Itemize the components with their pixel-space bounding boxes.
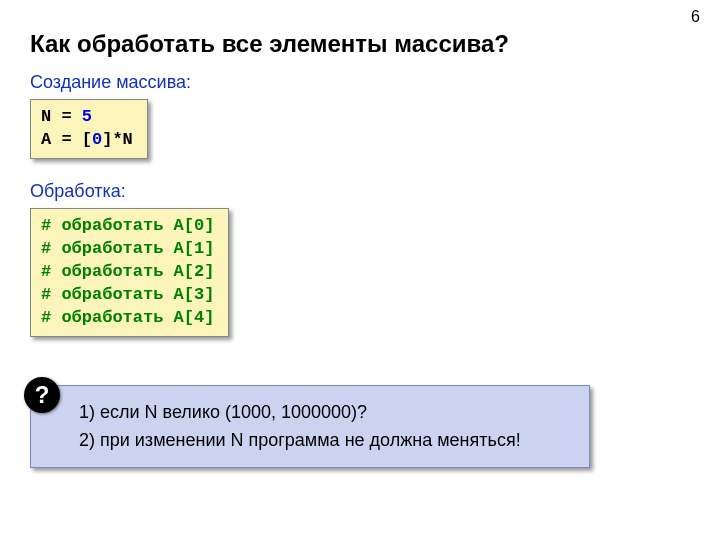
code-text: ]*N — [102, 130, 133, 149]
note-container: ? 1) если N велико (1000, 1000000)? 2) п… — [30, 385, 690, 469]
code-comment: # обработать A[2] — [41, 261, 214, 284]
code-number: 0 — [92, 130, 102, 149]
note-line-2: 2) при изменении N программа не должна м… — [79, 426, 571, 455]
code-text: A = [ — [41, 130, 92, 149]
code-comment: # обработать A[3] — [41, 284, 214, 307]
question-badge: ? — [24, 377, 60, 413]
code-process-box: # обработать A[0] # обработать A[1] # об… — [30, 208, 229, 337]
code-comment: # обработать A[0] — [41, 215, 214, 238]
slide-title: Как обработать все элементы массива? — [30, 30, 690, 58]
code-text: N = — [41, 107, 82, 126]
page-number: 6 — [691, 8, 700, 26]
note-box: 1) если N велико (1000, 1000000)? 2) при… — [30, 385, 590, 469]
question-mark-icon: ? — [35, 383, 50, 407]
code-line: A = [0]*N — [41, 129, 133, 152]
code-number: 5 — [82, 107, 92, 126]
code-create-box: N = 5 A = [0]*N — [30, 99, 148, 159]
section-create-label: Создание массива: — [30, 72, 690, 93]
code-comment: # обработать A[4] — [41, 307, 214, 330]
section-process-label: Обработка: — [30, 181, 690, 202]
note-line-1: 1) если N велико (1000, 1000000)? — [79, 398, 571, 427]
code-comment: # обработать A[1] — [41, 238, 214, 261]
code-line: N = 5 — [41, 106, 133, 129]
